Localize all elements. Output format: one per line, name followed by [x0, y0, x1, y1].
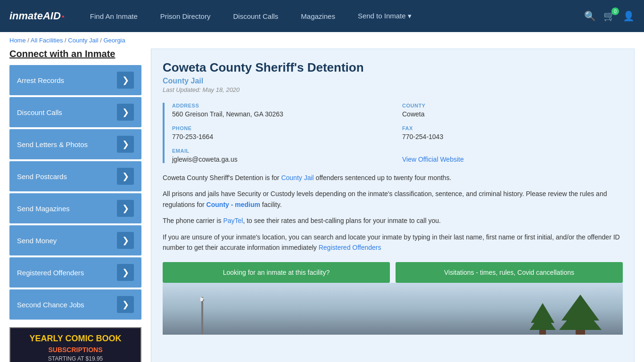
svg-rect-2	[576, 330, 585, 335]
arrow-icon: ❯	[117, 72, 134, 89]
light-pole	[200, 297, 204, 335]
main-container: Connect with an Inmate Arrest Records ❯ …	[0, 49, 644, 362]
official-website-link[interactable]: View Official Website	[402, 156, 464, 163]
description-3: The phone carrier is PayTel, to see thei…	[163, 215, 623, 226]
ad-title2: SUBSCRIPTIONS	[48, 346, 102, 354]
fax-label: FAX	[402, 125, 623, 131]
county-medium-link[interactable]: County - medium	[206, 201, 260, 208]
svg-rect-6	[201, 297, 203, 335]
sidebar-item-send-magazines[interactable]: Send Magazines ❯	[9, 193, 141, 223]
tree-decoration	[557, 292, 604, 335]
email-value: jglewis@coweta.ga.us	[172, 156, 393, 163]
website-spacer	[402, 148, 623, 154]
header-icons: 🔍 🛒 0 👤	[584, 10, 635, 22]
breadcrumb-georgia[interactable]: Georgia	[103, 37, 125, 44]
facility-type: County Jail	[163, 77, 623, 85]
registered-offenders-link[interactable]: Registered Offenders	[319, 244, 381, 251]
ad-price: STARTING AT $19.95	[48, 355, 103, 362]
address-block: ADDRESS 560 Greison Trail, Newnan, GA 30…	[172, 103, 393, 118]
connect-title: Connect with an Inmate	[9, 49, 141, 59]
ad-title1: YEARLY COMIC BOOK	[29, 334, 121, 344]
arrow-icon: ❯	[117, 232, 134, 249]
county-value: Coweta	[402, 110, 623, 118]
sidebar-item-send-letters[interactable]: Send Letters & Photos ❯	[9, 129, 141, 159]
nav-magazines[interactable]: Magazines	[289, 0, 347, 32]
logo-icon: ●	[62, 14, 65, 19]
user-icon[interactable]: 👤	[623, 10, 635, 22]
main-nav: Find An Inmate Prison Directory Discount…	[79, 0, 584, 32]
logo[interactable]: inmateAID ●	[9, 10, 65, 22]
nav-discount-calls[interactable]: Discount Calls	[222, 0, 289, 32]
county-block: COUNTY Coweta	[402, 103, 623, 118]
visitations-button[interactable]: Visitations - times, rules, Covid cancel…	[396, 262, 623, 283]
arrow-icon: ❯	[117, 200, 134, 217]
fax-block: FAX 770-254-1043	[402, 125, 623, 140]
phone-label: PHONE	[172, 125, 393, 131]
breadcrumb-home[interactable]: Home	[9, 37, 26, 44]
description-2: All prisons and jails have Security or C…	[163, 189, 623, 210]
address-label: ADDRESS	[172, 103, 393, 108]
facility-updated: Last Updated: May 18, 2020	[163, 86, 623, 93]
sidebar-item-discount-calls[interactable]: Discount Calls ❯	[9, 97, 141, 127]
action-buttons: Looking for an inmate at this facility? …	[163, 262, 623, 283]
nav-send-to-inmate[interactable]: Send to Inmate ▾	[347, 0, 423, 32]
search-icon[interactable]: 🔍	[584, 10, 596, 22]
email-block: EMAIL jglewis@coweta.ga.us	[172, 148, 393, 163]
fax-value: 770-254-1043	[402, 133, 623, 140]
nav-prison-directory[interactable]: Prison Directory	[149, 0, 222, 32]
phone-block: PHONE 770-253-1664	[172, 125, 393, 140]
arrow-icon: ❯	[117, 104, 134, 121]
tree-decoration-2	[528, 302, 557, 335]
arrow-icon: ❯	[117, 136, 134, 153]
paytel-link[interactable]: PayTel	[223, 217, 243, 224]
facility-photo	[163, 283, 623, 335]
phone-value: 770-253-1664	[172, 133, 393, 140]
sidebar-item-send-money[interactable]: Send Money ❯	[9, 225, 141, 255]
email-label: EMAIL	[172, 148, 393, 154]
facility-title: Coweta County Sheriff's Detention	[163, 60, 623, 75]
breadcrumb-all-facilities[interactable]: All Facilities	[31, 37, 63, 44]
sidebar-ad[interactable]: YEARLY COMIC BOOK SUBSCRIPTIONS STARTING…	[9, 327, 141, 362]
cart-badge: 0	[611, 8, 619, 15]
breadcrumb-county-jail[interactable]: County Jail	[68, 37, 98, 44]
find-inmate-button[interactable]: Looking for an inmate at this facility?	[163, 262, 390, 283]
cart-icon[interactable]: 🛒 0	[603, 10, 615, 22]
sidebar: Connect with an Inmate Arrest Records ❯ …	[9, 49, 141, 362]
svg-rect-5	[539, 330, 546, 335]
sidebar-item-registered-offenders[interactable]: Registered Offenders ❯	[9, 257, 141, 288]
breadcrumb: Home / All Facilities / County Jail / Ge…	[0, 32, 644, 49]
nav-find-inmate[interactable]: Find An Inmate	[79, 0, 149, 32]
county-label: COUNTY	[402, 103, 623, 108]
sidebar-menu: Arrest Records ❯ Discount Calls ❯ Send L…	[9, 65, 141, 320]
description-1: Coweta County Sheriff's Detention is for…	[163, 173, 623, 183]
county-jail-link-1[interactable]: County Jail	[281, 174, 314, 181]
arrow-icon: ❯	[117, 264, 134, 281]
sidebar-item-arrest-records[interactable]: Arrest Records ❯	[9, 65, 141, 95]
website-block: View Official Website	[402, 148, 623, 163]
address-value: 560 Greison Trail, Newnan, GA 30263	[172, 110, 393, 118]
info-grid: ADDRESS 560 Greison Trail, Newnan, GA 30…	[163, 103, 623, 163]
arrow-icon: ❯	[117, 168, 134, 185]
description-4: If you are unsure of your inmate's locat…	[163, 232, 623, 253]
header: inmateAID ● Find An Inmate Prison Direct…	[0, 0, 644, 32]
content-area: Coweta County Sheriff's Detention County…	[151, 49, 635, 362]
sidebar-item-second-chance-jobs[interactable]: Second Chance Jobs ❯	[9, 289, 141, 320]
arrow-icon: ❯	[117, 296, 134, 313]
sidebar-item-send-postcards[interactable]: Send Postcards ❯	[9, 161, 141, 191]
